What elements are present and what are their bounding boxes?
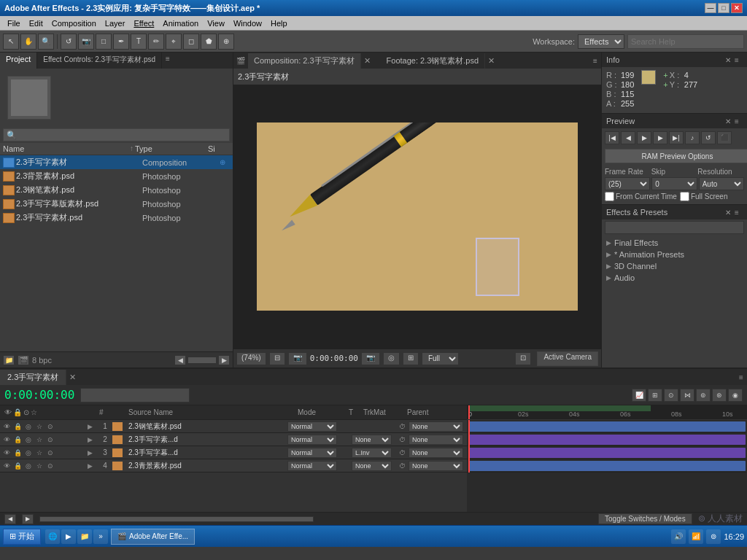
full-screen-checkbox[interactable] [680, 192, 689, 201]
ram-preview-options-btn[interactable]: RAM Preview Options [605, 149, 747, 163]
list-item[interactable]: 2.3背景素材.psd Photoshop [0, 169, 233, 183]
parent-select[interactable]: None [409, 461, 463, 471]
eye-btn[interactable]: 👁 [1, 435, 12, 445]
fit-btn[interactable]: ⊟ [269, 352, 285, 365]
scroll-left[interactable]: ◀ [174, 355, 186, 365]
tool-camera[interactable]: 📷 [78, 34, 94, 50]
effect-final-effects[interactable]: ▶ Final Effects [603, 237, 746, 249]
solo-btn[interactable]: ☆ [34, 461, 44, 471]
shy-btn[interactable]: ◎ [23, 448, 34, 458]
quality-select[interactable]: Full Half Auto [422, 352, 459, 365]
close-button[interactable]: ✕ [731, 3, 743, 13]
menu-effect[interactable]: Effect [129, 18, 158, 29]
timeline-scrollbar[interactable] [39, 516, 314, 522]
mode-select[interactable]: Normal [287, 448, 337, 458]
menu-file[interactable]: File [3, 18, 25, 29]
eye-btn[interactable]: 👁 [1, 461, 12, 471]
solo-btn[interactable]: ☆ [34, 435, 44, 445]
timeline-menu[interactable]: ≡ [735, 371, 747, 383]
shy-btn[interactable]: ◎ [23, 421, 34, 432]
quick-launch-media[interactable]: ▶ [61, 529, 76, 544]
shy-btn[interactable]: ◎ [23, 461, 34, 471]
lock-btn[interactable]: 🔒 [12, 435, 23, 445]
trkmat-select[interactable]: L.Inv [352, 448, 392, 458]
solo-btn[interactable]: ☆ [34, 421, 44, 432]
solo-btn[interactable]: ☆ [34, 448, 44, 458]
tool-pen[interactable]: ✒ [113, 34, 129, 50]
mode-select[interactable]: Normal [287, 461, 337, 471]
tool-time[interactable]: ⊚ [696, 389, 711, 402]
tool-graph[interactable]: 📈 [632, 389, 646, 402]
quick-launch-3[interactable]: 📁 [77, 529, 92, 544]
timeline-tab-close[interactable]: ✕ [66, 370, 79, 384]
new-folder-btn[interactable]: 📁 [3, 355, 15, 365]
prev-frame-btn[interactable]: ◀ [621, 131, 635, 144]
menu-view[interactable]: View [203, 18, 229, 29]
expand-btn[interactable]: ▶ [88, 423, 98, 430]
render-btn[interactable]: ⊙ [45, 435, 55, 445]
status-next-btn[interactable]: ▶ [22, 514, 34, 524]
last-frame-btn[interactable]: ▶| [669, 131, 684, 144]
list-item[interactable]: 2.3手写字幕版素材.psd Photoshop [0, 197, 233, 211]
render-btn[interactable]: ⊙ [45, 448, 55, 458]
motion-blur-btn[interactable]: ◎ [383, 352, 400, 365]
tool-mode[interactable]: ⊞ [648, 389, 662, 402]
menu-composition[interactable]: Composition [47, 18, 101, 29]
zoom-select-btn[interactable]: (74%) [236, 352, 266, 365]
composition-tab[interactable]: Composition: 2.3手写字素材 [248, 53, 361, 69]
project-search-input[interactable] [3, 128, 230, 141]
eye-btn[interactable]: 👁 [1, 448, 12, 458]
playhead[interactable] [468, 405, 470, 419]
next-frame-btn[interactable]: ▶ [653, 131, 667, 144]
quick-launch-ie[interactable]: 🌐 [45, 529, 60, 544]
layer-track-4[interactable] [467, 459, 747, 472]
tool-text[interactable]: T [131, 34, 147, 50]
grid-btn[interactable]: ⊞ [403, 352, 419, 365]
effect-controls-tab[interactable]: Effect Controls: 2.3手写字素材.psd [37, 52, 162, 69]
start-button[interactable]: ⊞ 开始 [3, 529, 41, 545]
lock-btn[interactable]: 🔒 [12, 448, 23, 458]
preview-menu[interactable]: ≡ [731, 115, 743, 127]
loop-btn[interactable]: ↺ [701, 131, 716, 144]
timeline-tab[interactable]: 2.3手写字素材 [0, 370, 66, 385]
render-btn[interactable]: ⊙ [45, 461, 55, 471]
trkmat-select[interactable]: None [352, 461, 392, 471]
list-item[interactable]: 2.3手写字素材 Composition ⊕ [0, 155, 233, 169]
info-menu[interactable]: ≡ [731, 54, 743, 66]
footage-tab[interactable]: Footage: 2.3钢笔素材.psd [381, 53, 486, 69]
resolution-select[interactable]: Auto [699, 177, 744, 190]
tray-icon-1[interactable]: 🔊 [671, 529, 686, 544]
new-comp-btn[interactable]: 🎬 [18, 355, 29, 365]
expand-btn[interactable]: ▶ [88, 449, 98, 456]
scroll-right[interactable]: ▶ [218, 355, 230, 365]
tool-select[interactable]: ↖ [3, 34, 19, 50]
menu-help[interactable]: Help [266, 18, 292, 29]
camera-icon-btn[interactable]: 📷 [361, 352, 380, 365]
scrollbar[interactable] [187, 357, 217, 364]
skip-select[interactable]: 0 [651, 177, 697, 190]
search-help-input[interactable] [627, 34, 744, 49]
maximize-button[interactable]: □ [718, 3, 729, 13]
render-btn[interactable]: ⊙ [45, 421, 55, 432]
tool-brush[interactable]: ✏ [148, 34, 164, 50]
frame-rate-select[interactable]: (25) [605, 177, 650, 190]
lock-btn[interactable]: 🔒 [12, 461, 23, 471]
tool-clone[interactable]: ⌖ [166, 34, 182, 50]
play-btn[interactable]: ▶ [637, 131, 651, 144]
quick-launch-4[interactable]: » [93, 529, 108, 544]
list-item[interactable]: 2.3手写字素材.psd Photoshop [0, 211, 233, 225]
audio-btn[interactable]: ♪ [685, 131, 700, 144]
view-options-btn[interactable]: ⊡ [515, 352, 531, 365]
tool-hand[interactable]: ✋ [20, 34, 36, 50]
mode-select[interactable]: Normal [287, 435, 337, 445]
parent-select[interactable]: None [409, 435, 463, 445]
shy-btn[interactable]: ◎ [23, 435, 34, 445]
tool-parent[interactable]: ⋈ [680, 389, 694, 402]
lock-btn[interactable]: 🔒 [12, 421, 23, 432]
effect-3d-channel[interactable]: ▶ 3D Channel [603, 260, 746, 272]
menu-layer[interactable]: Layer [101, 18, 130, 29]
status-prev-btn[interactable]: ◀ [4, 514, 16, 524]
tool-zoom[interactable]: 🔍 [38, 34, 54, 50]
first-frame-btn[interactable]: |◀ [605, 131, 619, 144]
toggle-switches-btn[interactable]: Toggle Switches / Modes [598, 513, 692, 524]
